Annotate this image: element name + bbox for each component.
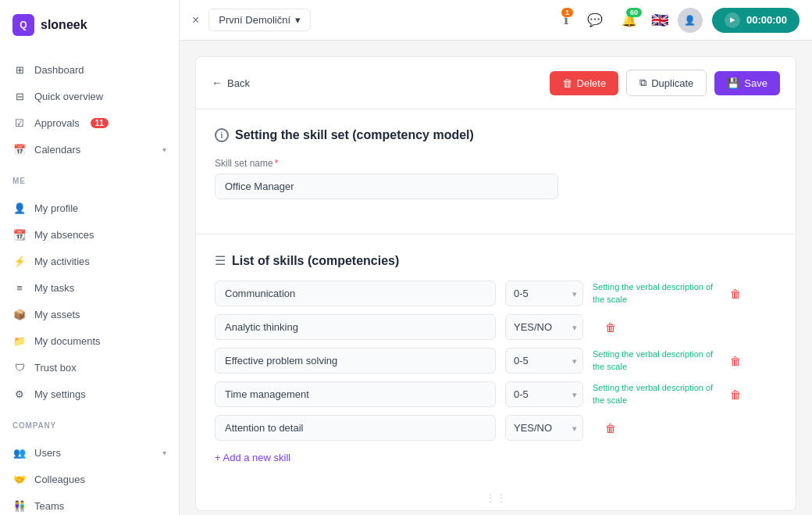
sidebar-item-my-documents[interactable]: 📁 My documents bbox=[0, 327, 179, 354]
dashboard-icon: ⊞ bbox=[12, 63, 27, 77]
sidebar-item-approvals[interactable]: ☑ Approvals 11 bbox=[0, 109, 179, 136]
skill-set-name-input[interactable] bbox=[215, 173, 558, 199]
back-button[interactable]: ← Back bbox=[212, 77, 250, 89]
duplicate-button[interactable]: ⧉ Duplicate bbox=[626, 70, 707, 96]
skill-delete-button[interactable]: 🗑 bbox=[602, 318, 619, 337]
skill-name-input[interactable] bbox=[215, 314, 496, 340]
sidebar-item-label: Trust box bbox=[34, 362, 77, 374]
skill-scale-select[interactable]: 0-5YES/NO1-101-4 bbox=[505, 381, 583, 407]
sidebar-nav-me: 👤 My profile 📆 My absences ⚡ My activiti… bbox=[0, 188, 179, 413]
approvals-badge: 11 bbox=[91, 118, 109, 128]
sidebar-item-colleagues[interactable]: 🤝 Colleagues bbox=[0, 466, 179, 492]
timer-play-icon: ▶ bbox=[725, 13, 740, 28]
sidebar-item-calendars[interactable]: 📅 Calendars ▾ bbox=[0, 136, 179, 163]
skill-scale-select-wrap: 0-5YES/NO1-101-4 bbox=[505, 381, 583, 407]
required-marker: * bbox=[275, 158, 279, 169]
skill-scale-link[interactable]: Setting the verbal description of the sc… bbox=[593, 281, 718, 306]
close-button[interactable]: × bbox=[192, 13, 199, 27]
skill-scale-select[interactable]: YES/NO0-51-101-4 bbox=[505, 415, 583, 441]
language-selector[interactable]: 🇬🇧 bbox=[651, 12, 668, 29]
info-badge: 1 bbox=[561, 8, 573, 17]
sidebar-item-label: Users bbox=[34, 447, 61, 459]
sidebar-item-quick-overview[interactable]: ⊟ Quick overview bbox=[0, 83, 179, 109]
duplicate-label: Duplicate bbox=[651, 77, 693, 89]
logo-text: sloneek bbox=[41, 18, 87, 32]
sidebar-item-label: Calendars bbox=[34, 144, 80, 156]
sidebar-item-label: My absences bbox=[34, 229, 94, 241]
chat-button[interactable]: 💬 bbox=[582, 8, 607, 32]
users-icon: 👥 bbox=[12, 445, 27, 460]
save-button[interactable]: 💾 Save bbox=[714, 71, 780, 95]
skill-name-input[interactable] bbox=[215, 348, 496, 374]
logo[interactable]: Q sloneek bbox=[0, 0, 179, 50]
settings-icon: ⚙ bbox=[12, 387, 27, 401]
topbar: × První Demoliční ▾ ℹ 1 💬 🔔 60 🇬🇧 👤 ▶ 00… bbox=[180, 0, 812, 41]
sidebar-nav-company: 👥 Users ▾ 🤝 Colleagues 👫 Teams ➕ Recruit… bbox=[0, 433, 179, 515]
sidebar-item-teams[interactable]: 👫 Teams bbox=[0, 492, 179, 515]
sidebar-item-label: My settings bbox=[34, 388, 86, 400]
save-label: Save bbox=[744, 77, 767, 89]
info-button[interactable]: ℹ 1 bbox=[559, 8, 573, 32]
sidebar-item-my-assets[interactable]: 📦 My assets bbox=[0, 301, 179, 327]
skill-scale-link[interactable]: Setting the verbal description of the sc… bbox=[593, 349, 718, 373]
skill-set-section-header: i Setting the skill set (competency mode… bbox=[215, 128, 777, 142]
skill-scale-link[interactable]: Setting the verbal description of the sc… bbox=[593, 382, 718, 406]
skill-row: YES/NO0-51-101-4 🗑 bbox=[215, 314, 777, 340]
notifications-button[interactable]: 🔔 60 bbox=[617, 8, 642, 32]
skill-set-name-label: Skill set name* bbox=[215, 158, 777, 169]
timer-button[interactable]: ▶ 00:00:00 bbox=[712, 8, 800, 33]
sidebar-item-label: My assets bbox=[34, 309, 80, 320]
skills-section-title: List of skills (competencies) bbox=[232, 254, 399, 268]
sidebar-item-label: My profile bbox=[34, 202, 78, 214]
content-area: ← Back 🗑 Delete ⧉ Duplicate 💾 Save bbox=[180, 41, 812, 515]
add-skill-button[interactable]: + Add a new skill bbox=[215, 449, 290, 467]
skill-scale-select-wrap: 0-5YES/NO1-101-4 bbox=[505, 348, 583, 374]
action-toolbar: ← Back 🗑 Delete ⧉ Duplicate 💾 Save bbox=[196, 57, 796, 109]
skill-row: YES/NO0-51-101-4 🗑 bbox=[215, 415, 777, 441]
box-icon: 📦 bbox=[12, 307, 27, 321]
delete-label: Delete bbox=[577, 77, 607, 89]
sidebar-item-users[interactable]: 👥 Users ▾ bbox=[0, 439, 179, 466]
save-icon: 💾 bbox=[727, 77, 739, 89]
skill-name-input[interactable] bbox=[215, 281, 496, 306]
duplicate-icon: ⧉ bbox=[639, 77, 646, 89]
skill-set-name-group: Skill set name* bbox=[215, 158, 777, 199]
skill-scale-select[interactable]: 0-5YES/NO1-101-4 bbox=[505, 348, 583, 374]
chat-icon: 💬 bbox=[587, 13, 603, 27]
delete-button[interactable]: 🗑 Delete bbox=[550, 71, 619, 95]
user-avatar[interactable]: 👤 bbox=[678, 8, 703, 33]
logo-icon: Q bbox=[12, 14, 34, 36]
skill-delete-button[interactable]: 🗑 bbox=[602, 419, 619, 438]
skill-name-input[interactable] bbox=[215, 415, 496, 441]
calendar-x-icon: 📆 bbox=[12, 227, 27, 241]
sidebar-item-dashboard[interactable]: ⊞ Dashboard bbox=[0, 56, 179, 83]
skill-delete-button[interactable]: 🗑 bbox=[727, 352, 744, 370]
workspace-chevron-icon: ▾ bbox=[295, 14, 301, 26]
sidebar-item-my-absences[interactable]: 📆 My absences bbox=[0, 221, 179, 248]
workspace-selector[interactable]: První Demoliční ▾ bbox=[208, 9, 311, 31]
section-me-label: ME bbox=[0, 169, 179, 188]
skill-name-input[interactable] bbox=[215, 381, 496, 407]
skill-delete-button[interactable]: 🗑 bbox=[727, 284, 744, 303]
sidebar-item-my-profile[interactable]: 👤 My profile bbox=[0, 195, 179, 221]
chevron-down-icon: ▾ bbox=[162, 449, 166, 457]
skills-section: ☰ List of skills (competencies) 0-5YES/N… bbox=[196, 234, 796, 485]
sidebar-item-trust-box[interactable]: 🛡 Trust box bbox=[0, 354, 179, 381]
timer-display: 00:00:00 bbox=[746, 14, 787, 26]
sidebar-item-my-tasks[interactable]: ≡ My tasks bbox=[0, 274, 179, 301]
drag-handle[interactable]: ⋮⋮ bbox=[196, 485, 796, 510]
skill-scale-select[interactable]: YES/NO0-51-101-4 bbox=[505, 314, 583, 340]
sidebar-item-my-activities[interactable]: ⚡ My activities bbox=[0, 248, 179, 274]
folder-icon: 📁 bbox=[12, 334, 27, 348]
shield-icon: 🛡 bbox=[12, 360, 27, 374]
sidebar-item-my-settings[interactable]: ⚙ My settings bbox=[0, 381, 179, 407]
sidebar-item-label: Dashboard bbox=[34, 64, 84, 76]
workspace-name: První Demoliční bbox=[219, 14, 290, 26]
section-company-label: COMPANY bbox=[0, 413, 179, 433]
skill-scale-select[interactable]: 0-5YES/NO1-101-4 bbox=[505, 281, 583, 306]
skill-delete-button[interactable]: 🗑 bbox=[727, 385, 744, 404]
section-info-icon: i bbox=[215, 128, 229, 142]
sidebar-nav-top: ⊞ Dashboard ⊟ Quick overview ☑ Approvals… bbox=[0, 50, 179, 169]
list-icon: ≡ bbox=[12, 281, 27, 295]
skill-set-section-title: Setting the skill set (competency model) bbox=[235, 128, 474, 142]
